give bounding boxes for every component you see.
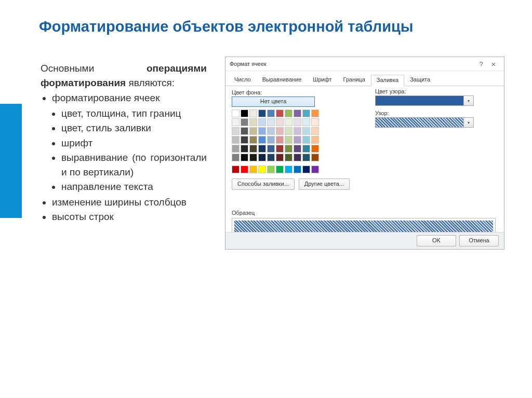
color-swatch[interactable] — [294, 145, 301, 153]
color-swatch[interactable] — [276, 166, 284, 173]
color-swatch[interactable] — [241, 154, 248, 161]
color-swatch[interactable] — [285, 118, 292, 126]
color-swatch[interactable] — [294, 154, 301, 161]
list-item: цвет, стиль заливки — [61, 121, 207, 135]
color-swatch[interactable] — [294, 166, 301, 173]
ok-button[interactable]: OK — [417, 235, 456, 246]
color-swatch[interactable] — [302, 109, 310, 117]
dialog-titlebar: Формат ячеек ? × — [225, 57, 504, 71]
help-button[interactable]: ? — [475, 60, 487, 68]
color-swatch[interactable] — [276, 109, 284, 117]
color-swatch[interactable] — [249, 154, 257, 161]
color-swatch[interactable] — [302, 166, 310, 173]
tab-выравнивание[interactable]: Выравнивание — [257, 74, 308, 86]
bullet-list-2: цвет, толщина, тип границцвет, стиль зал… — [41, 106, 207, 194]
color-swatch[interactable] — [294, 136, 301, 144]
color-swatch[interactable] — [276, 154, 284, 161]
color-swatch[interactable] — [232, 127, 240, 135]
color-swatch[interactable] — [285, 127, 292, 135]
bullet-list-3: изменение ширины столбцоввысоты строк — [41, 195, 207, 224]
color-swatch[interactable] — [267, 145, 275, 153]
color-swatch[interactable] — [241, 145, 248, 153]
color-swatch[interactable] — [249, 145, 257, 153]
list-item: шрифт — [61, 136, 207, 150]
color-swatch[interactable] — [276, 118, 284, 126]
dialog-title: Формат ячеек — [230, 61, 475, 67]
color-swatch[interactable] — [285, 154, 292, 161]
cancel-button[interactable]: Отмена — [459, 235, 499, 246]
color-swatch[interactable] — [302, 118, 310, 126]
color-swatch[interactable] — [311, 118, 319, 126]
color-swatch[interactable] — [241, 109, 248, 117]
list-item: высоты строк — [52, 210, 207, 224]
color-swatch[interactable] — [241, 166, 248, 173]
color-swatch[interactable] — [302, 145, 310, 153]
no-color-button[interactable]: Нет цвета — [232, 97, 315, 107]
color-swatch[interactable] — [241, 136, 248, 144]
color-swatch[interactable] — [311, 145, 319, 153]
color-swatch[interactable] — [232, 109, 240, 117]
dialog-footer: OK Отмена — [225, 232, 504, 249]
color-swatch[interactable] — [232, 118, 240, 126]
other-colors-button[interactable]: Другие цвета... — [299, 179, 350, 190]
color-swatch[interactable] — [267, 109, 275, 117]
color-swatch[interactable] — [241, 118, 248, 126]
color-swatch[interactable] — [258, 118, 266, 126]
sample-label: Образец — [232, 210, 498, 216]
tab-граница[interactable]: Граница — [338, 74, 371, 86]
color-swatch[interactable] — [249, 118, 257, 126]
pattern-color-dropdown[interactable]: ▾ — [375, 95, 474, 106]
color-swatch[interactable] — [294, 109, 301, 117]
color-swatch[interactable] — [258, 154, 266, 161]
color-swatch[interactable] — [232, 166, 240, 173]
color-swatch[interactable] — [267, 166, 275, 173]
color-swatch[interactable] — [294, 127, 301, 135]
color-swatch[interactable] — [267, 136, 275, 144]
tab-шрифт[interactable]: Шрифт — [307, 74, 337, 86]
color-swatch[interactable] — [241, 127, 248, 135]
color-swatch[interactable] — [267, 154, 275, 161]
color-swatch[interactable] — [276, 127, 284, 135]
color-swatch[interactable] — [311, 109, 319, 117]
tab-число[interactable]: Число — [229, 74, 257, 86]
list-item: форматирование ячеек — [52, 91, 207, 105]
color-swatch[interactable] — [302, 154, 310, 161]
pattern-style-dropdown[interactable]: ▾ — [375, 117, 474, 128]
color-swatch[interactable] — [249, 109, 257, 117]
color-swatch[interactable] — [258, 145, 266, 153]
color-swatch[interactable] — [267, 127, 275, 135]
color-swatch[interactable] — [311, 127, 319, 135]
pattern-color-label: Цвет узора: — [375, 88, 489, 94]
color-swatch[interactable] — [311, 166, 319, 173]
list-item: цвет, толщина, тип границ — [61, 106, 207, 121]
color-swatch[interactable] — [267, 118, 275, 126]
color-swatch[interactable] — [285, 136, 292, 144]
color-swatch[interactable] — [258, 127, 266, 135]
color-swatch[interactable] — [258, 109, 266, 117]
list-item: выравнивание (по горизонтали и по вертик… — [61, 150, 207, 179]
color-swatch[interactable] — [232, 154, 240, 161]
color-swatch[interactable] — [285, 145, 292, 153]
color-swatch[interactable] — [276, 145, 284, 153]
color-swatch[interactable] — [311, 136, 319, 144]
fill-methods-button[interactable]: Способы заливки... — [232, 179, 295, 190]
close-button[interactable]: × — [487, 60, 500, 68]
slide-title: Форматирование объектов электронной табл… — [39, 18, 414, 35]
tab-заливка[interactable]: Заливка — [371, 75, 404, 86]
color-swatch[interactable] — [285, 109, 292, 117]
color-swatch[interactable] — [285, 166, 292, 173]
color-swatch[interactable] — [276, 136, 284, 144]
color-swatch[interactable] — [249, 136, 257, 144]
intro-text-2: являются: — [126, 77, 175, 88]
color-swatch[interactable] — [311, 154, 319, 161]
color-swatch[interactable] — [232, 136, 240, 144]
color-swatch[interactable] — [294, 118, 301, 126]
color-swatch[interactable] — [232, 145, 240, 153]
color-swatch[interactable] — [258, 136, 266, 144]
color-swatch[interactable] — [249, 166, 257, 173]
color-swatch[interactable] — [302, 127, 310, 135]
color-swatch[interactable] — [302, 136, 310, 144]
tab-защита[interactable]: Защита — [404, 74, 436, 86]
color-swatch[interactable] — [249, 127, 257, 135]
color-swatch[interactable] — [258, 166, 266, 173]
